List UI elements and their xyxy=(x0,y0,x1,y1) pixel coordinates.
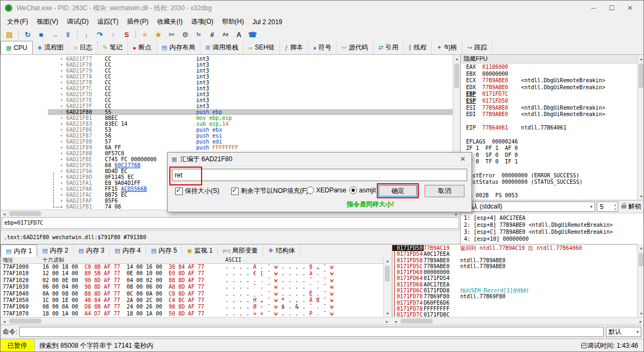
scroll-thumb[interactable] xyxy=(639,63,643,88)
register-row[interactable] xyxy=(466,118,637,125)
log-button[interactable]: ≡ xyxy=(139,29,151,40)
memory-row[interactable]: 77AF103006 00 04 0098 8D AF 7708 00 06 0… xyxy=(1,284,383,290)
maximize-button[interactable]: ☐ xyxy=(603,2,621,15)
scroll-thumb[interactable] xyxy=(385,265,390,282)
stack-row[interactable]: 0171FD5877B9ABE0ntdll.77B9ABE0 xyxy=(392,257,637,263)
keep-size-checkbox[interactable]: 保持大小(S) xyxy=(175,186,219,196)
tab-source[interactable]: <>源代码 xyxy=(337,41,373,54)
scroll-thumb[interactable] xyxy=(454,63,459,88)
stack-hscrollbar[interactable]: ◄ ► xyxy=(392,317,644,325)
disasm-row[interactable]: 6AD21F79CCint3 xyxy=(1,68,453,74)
tab-script[interactable]: ƒ脚本 xyxy=(280,41,309,54)
scroll-track[interactable] xyxy=(384,264,391,310)
scroll-thumb[interactable] xyxy=(400,319,433,324)
register-row[interactable]: EIP 77B64061 ntdll.77B64061 xyxy=(466,125,637,132)
tab-threads[interactable]: ∥线程 xyxy=(404,41,432,54)
memory-row[interactable]: 77AF10501C 00 1E 0048 84 AF 772A 00 2C 0… xyxy=(1,297,383,304)
open-file-button[interactable]: ▤ xyxy=(3,29,16,40)
disasm-row[interactable]: 6AD21F7ECCint3 xyxy=(1,97,453,103)
menu-item[interactable]: 选项(O) xyxy=(187,16,218,28)
register-row[interactable]: EFLAGS 00000246 xyxy=(466,139,637,146)
plugins-fx-button[interactable]: fx xyxy=(192,29,205,40)
fill-nop-checkbox[interactable]: 剩余字节以NOP填充(F) xyxy=(231,186,308,196)
scroll-down-arrow[interactable]: ▼ xyxy=(638,310,644,317)
column-header-hex[interactable]: 十六进制 xyxy=(42,257,64,263)
memory-row[interactable]: 77AF102002 00 0E 0090 8D AF 7704 00 02 0… xyxy=(1,277,383,284)
disasm-row[interactable]: 6AD21F7ACCint3 xyxy=(1,74,453,80)
disasm-row[interactable]: 6AD21F7FCCint3 xyxy=(1,103,453,109)
register-row[interactable] xyxy=(466,132,637,139)
dialog-close-button[interactable]: ✕ xyxy=(458,155,468,163)
memory-hscrollbar[interactable]: ◄ ► xyxy=(1,317,391,325)
menu-item[interactable]: 插件(P) xyxy=(123,16,153,28)
stack-vscrollbar[interactable]: ▲ ▼ xyxy=(637,244,644,317)
calling-convention-select[interactable]: 默认 (stdcall) ▾ xyxy=(462,202,595,212)
restart-button[interactable]: ↻ xyxy=(22,29,34,40)
register-row[interactable]: OF 0 SF 0 DF 0 xyxy=(466,152,637,159)
register-row[interactable] xyxy=(466,186,637,193)
scroll-track[interactable] xyxy=(399,318,637,325)
scroll-up-arrow[interactable]: ▲ xyxy=(638,55,644,62)
scroll-thumb[interactable] xyxy=(639,253,643,267)
disasm-row[interactable]: 6AD21F78CCint3 xyxy=(1,62,453,68)
tab-graph[interactable]: ◈流程图 xyxy=(33,41,69,54)
scroll-left-arrow[interactable]: ◄ xyxy=(392,318,399,325)
assemble-instruction-input[interactable] xyxy=(172,169,467,181)
command-input[interactable] xyxy=(19,327,604,337)
stop-button[interactable]: ■ xyxy=(35,29,47,40)
disasm-row[interactable]: 6AD21F7DCCint3 xyxy=(1,91,453,97)
disasm-row[interactable]: 6AD21F8055push ebp xyxy=(1,109,453,115)
scroll-up-arrow[interactable]: ▲ xyxy=(384,257,391,264)
scroll-track[interactable] xyxy=(638,252,644,310)
disasm-row[interactable]: 6AD21F77CCint3 xyxy=(1,56,453,62)
tab-dump-2[interactable]: ▤内存 2 xyxy=(37,245,73,257)
run-button[interactable]: → xyxy=(48,29,61,40)
scroll-thumb[interactable] xyxy=(9,211,41,216)
menu-item[interactable]: 帮助(H) xyxy=(218,16,248,28)
disasm-row[interactable]: 6AD21F8383EC 14sub esp,14 xyxy=(1,121,453,127)
tab-dump-4[interactable]: ▤内存 4 xyxy=(110,245,146,257)
memory-vscrollbar[interactable]: ▲ ▼ xyxy=(383,257,391,317)
cancel-button[interactable]: 取消 xyxy=(425,185,464,197)
scroll-track[interactable] xyxy=(638,62,644,192)
register-row[interactable]: LastStatus 00000000 (STATUS_SUCCESS) xyxy=(466,179,637,186)
tab-references[interactable]: ⇄引用 xyxy=(374,41,404,54)
scroll-left-arrow[interactable]: ◄ xyxy=(1,318,8,325)
scroll-up-arrow[interactable]: ▲ xyxy=(638,244,644,252)
stack-row[interactable]: 0171FD68A0C17EEA xyxy=(392,282,637,288)
menu-item[interactable]: 调试(D) xyxy=(62,16,93,28)
minimize-button[interactable]: ─ xyxy=(584,2,603,15)
stack-row[interactable]: 0171FD7C0171FD8C xyxy=(392,312,637,317)
scroll-down-arrow[interactable]: ▼ xyxy=(384,310,391,317)
tab-trace[interactable]: ↝跟踪 xyxy=(462,41,492,54)
register-row[interactable]: ESP 0171FD50 xyxy=(466,98,637,105)
assemble-az-button[interactable]: Az xyxy=(219,29,232,40)
tab-dump-3[interactable]: ▤内存 3 xyxy=(74,245,110,257)
memory-row[interactable]: 77AF106008 00 0A 00D8 8B AF 7724 00 26 0… xyxy=(1,304,383,310)
register-row[interactable]: ECX 77B9ABE0 <ntdll.DbgUiRemoteBreakin> xyxy=(466,77,637,84)
xedparse-radio[interactable]: XEDParse xyxy=(306,186,346,194)
calculator-button[interactable]: # xyxy=(206,29,218,40)
stack-row[interactable]: 0171FD74D60FE6D6 xyxy=(392,300,637,306)
stack-row[interactable]: 0171FD640171FD54 xyxy=(392,275,637,281)
scroll-left-arrow[interactable]: ◄ xyxy=(1,210,8,218)
menu-item[interactable]: 视图(V) xyxy=(32,16,62,28)
stack-row[interactable]: 0171FD6000000000 xyxy=(392,269,637,275)
tab-log[interactable]: ≡日志 xyxy=(69,41,97,54)
register-row[interactable]: EBP 0171FD7C xyxy=(466,91,637,98)
register-row[interactable]: EDI 77B9ABE0 <ntdll.DbgUiRemoteBreakin> xyxy=(466,111,637,118)
tab-seh[interactable]: ∞SEH链 xyxy=(244,41,280,54)
tab-notes[interactable]: ✎笔记 xyxy=(98,41,128,54)
menu-item[interactable]: 文件(F) xyxy=(3,16,32,28)
spinner-arrows-icon[interactable]: ▲▼ xyxy=(614,203,617,211)
command-profile-select[interactable]: 默认 ▾ xyxy=(606,327,641,337)
menu-item[interactable]: 追踪(T) xyxy=(93,16,123,28)
memory-row[interactable]: 77AF101012 00 14 0080 5B AF 770E 00 10 0… xyxy=(1,270,383,277)
stop-trace-button[interactable]: S xyxy=(120,29,133,40)
disasm-row[interactable]: 6AD21F7BCCint3 xyxy=(1,80,453,85)
disasm-row[interactable]: 6AD21F818BECmov ebp,esp xyxy=(1,115,453,121)
scroll-up-arrow[interactable]: ▲ xyxy=(453,55,461,62)
menu-item[interactable]: 收藏夹(I) xyxy=(153,16,187,28)
tab-struct[interactable]: ❖结构体 xyxy=(263,245,300,257)
memory-row[interactable]: 77AF10400A 00 08 00B8 8D AF 770C 00 0A 0… xyxy=(1,291,383,297)
